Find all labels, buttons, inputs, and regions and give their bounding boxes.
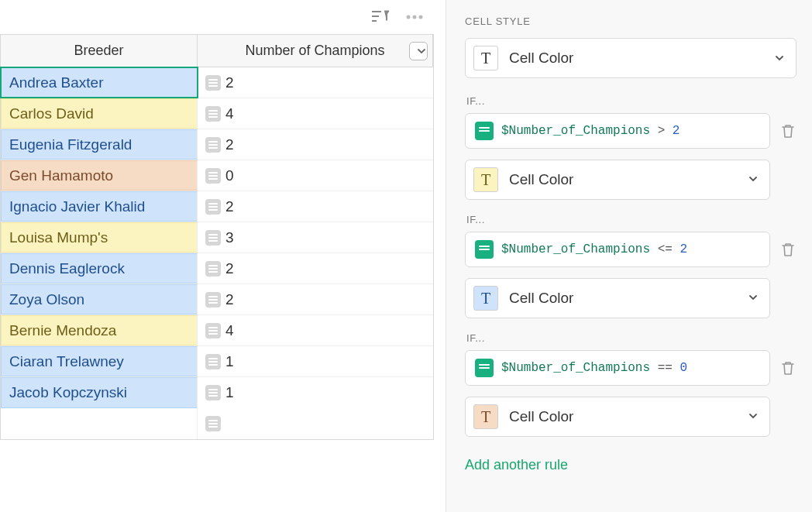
champions-cell[interactable]: 2 xyxy=(198,129,433,160)
breeder-cell[interactable]: Ciaran Trelawney xyxy=(1,346,198,376)
champions-cell[interactable]: 2 xyxy=(198,284,433,314)
breeder-name: Bernie Mendoza xyxy=(9,322,116,339)
condition-expression-input[interactable]: $Number_of_Champions <= 2 xyxy=(465,232,770,267)
table-empty-row[interactable] xyxy=(1,408,433,439)
rule-style-selector[interactable]: TCell Color xyxy=(465,397,770,437)
rule-style-selector[interactable]: TCell Color xyxy=(465,160,770,200)
row-detail-icon[interactable] xyxy=(205,385,221,400)
champions-value: 4 xyxy=(225,322,234,339)
table-row: Andrea Baxter2 xyxy=(1,67,433,98)
breeder-cell[interactable]: Jacob Kopczynski xyxy=(1,377,198,408)
row-detail-icon[interactable] xyxy=(205,75,221,91)
table-pane: Breeder Number of Champions Andrea Baxte… xyxy=(0,0,446,512)
table-row: Carlos David4 xyxy=(1,98,433,129)
add-rule-button[interactable]: Add another rule xyxy=(465,457,797,473)
delete-rule-button[interactable] xyxy=(779,359,797,376)
champions-cell[interactable]: 1 xyxy=(198,377,433,408)
champions-cell[interactable]: 1 xyxy=(198,346,433,376)
panel-title: CELL STYLE xyxy=(465,15,797,27)
breeder-cell[interactable]: Eugenia Fitzgerald xyxy=(1,129,198,160)
conditional-rule: IF...$Number_of_Champions > 2TCell Color xyxy=(465,95,797,200)
conditional-rule: IF...$Number_of_Champions == 0TCell Colo… xyxy=(465,332,797,437)
sort-filter-icon[interactable] xyxy=(370,9,391,26)
row-detail-icon[interactable] xyxy=(205,230,221,246)
condition-expression-input[interactable]: $Number_of_Champions > 2 xyxy=(465,113,770,149)
svg-point-4 xyxy=(407,15,411,19)
table-row: Gen Hamamoto0 xyxy=(1,160,433,191)
champions-value: 2 xyxy=(225,198,234,215)
swatch-letter: T xyxy=(481,408,490,426)
champions-cell[interactable]: 3 xyxy=(198,222,433,253)
breeder-cell[interactable]: Ignacio Javier Khalid xyxy=(1,191,198,222)
default-style-selector[interactable]: T Cell Color xyxy=(465,38,797,78)
empty-cell[interactable] xyxy=(198,408,433,439)
row-detail-icon[interactable] xyxy=(205,354,221,369)
delete-rule-button[interactable] xyxy=(779,241,797,258)
row-detail-icon[interactable] xyxy=(205,137,221,153)
champions-cell[interactable]: 2 xyxy=(198,67,433,98)
breeder-name: Zoya Olson xyxy=(9,291,84,308)
table-row: Bernie Mendoza4 xyxy=(1,315,433,346)
champions-cell[interactable]: 2 xyxy=(198,191,433,222)
svg-point-5 xyxy=(413,15,417,19)
empty-cell[interactable] xyxy=(1,408,198,439)
formula-icon xyxy=(475,122,494,140)
data-table: Breeder Number of Champions Andrea Baxte… xyxy=(0,34,434,440)
champions-cell[interactable]: 0 xyxy=(198,160,433,191)
row-detail-icon[interactable] xyxy=(205,168,221,184)
champions-value: 2 xyxy=(225,291,234,308)
breeder-name: Jacob Kopczynski xyxy=(9,384,127,401)
column-dropdown-button[interactable] xyxy=(409,42,428,60)
swatch: T xyxy=(473,286,498,311)
cell-style-sidebar: CELL STYLE T Cell Color IF...$Number_of_… xyxy=(446,0,812,512)
breeder-cell[interactable]: Dennis Eaglerock xyxy=(1,253,198,283)
svg-rect-3 xyxy=(386,14,387,20)
table-row: Ignacio Javier Khalid2 xyxy=(1,191,433,222)
col-header-breeder[interactable]: Breeder xyxy=(1,35,198,67)
breeder-name: Gen Hamamoto xyxy=(9,167,113,184)
champions-cell[interactable]: 4 xyxy=(198,98,433,129)
rule-condition-row: $Number_of_Champions <= 2 xyxy=(465,232,797,267)
condition-expression-input[interactable]: $Number_of_Champions == 0 xyxy=(465,350,770,386)
row-detail-icon[interactable] xyxy=(205,292,221,308)
col-header-champions[interactable]: Number of Champions xyxy=(198,35,433,67)
style-label: Cell Color xyxy=(509,408,573,425)
breeder-cell[interactable]: Zoya Olson xyxy=(1,284,198,314)
champions-cell[interactable]: 4 xyxy=(198,315,433,345)
style-label: Cell Color xyxy=(509,50,573,67)
if-label: IF... xyxy=(466,214,797,225)
champions-value: 1 xyxy=(225,384,234,401)
breeder-cell[interactable]: Bernie Mendoza xyxy=(1,315,198,345)
table-row: Jacob Kopczynski1 xyxy=(1,377,433,408)
col-header-label: Number of Champions xyxy=(245,43,384,59)
swatch: T xyxy=(473,167,498,192)
row-detail-icon[interactable] xyxy=(205,323,221,338)
chevron-down-icon xyxy=(748,411,759,424)
breeder-name: Eugenia Fitzgerald xyxy=(9,136,132,153)
row-detail-icon[interactable] xyxy=(205,416,221,431)
breeder-cell[interactable]: Louisa Mump's xyxy=(1,222,198,253)
row-detail-icon[interactable] xyxy=(205,106,221,122)
row-detail-icon[interactable] xyxy=(205,199,221,215)
expression-text: $Number_of_Champions == 0 xyxy=(501,361,687,375)
breeder-cell[interactable]: Andrea Baxter xyxy=(1,67,198,98)
expression-text: $Number_of_Champions > 2 xyxy=(501,124,680,138)
rule-style-selector[interactable]: TCell Color xyxy=(465,278,770,318)
table-row: Ciaran Trelawney1 xyxy=(1,346,433,377)
delete-rule-button[interactable] xyxy=(779,122,797,139)
swatch-letter: T xyxy=(481,50,490,67)
champions-value: 0 xyxy=(225,167,234,184)
add-rule-label: Add another rule xyxy=(465,457,568,472)
style-label: Cell Color xyxy=(509,290,573,307)
breeder-cell[interactable]: Carlos David xyxy=(1,98,198,129)
champions-cell[interactable]: 2 xyxy=(198,253,433,283)
more-icon[interactable] xyxy=(404,9,425,26)
breeder-cell[interactable]: Gen Hamamoto xyxy=(1,160,198,191)
row-detail-icon[interactable] xyxy=(205,261,221,277)
champions-value: 2 xyxy=(225,74,234,91)
table-row: Zoya Olson2 xyxy=(1,284,433,315)
table-toolbar xyxy=(0,0,434,34)
chevron-down-icon xyxy=(748,292,759,305)
breeder-name: Dennis Eaglerock xyxy=(9,260,125,277)
champions-value: 3 xyxy=(225,229,234,246)
